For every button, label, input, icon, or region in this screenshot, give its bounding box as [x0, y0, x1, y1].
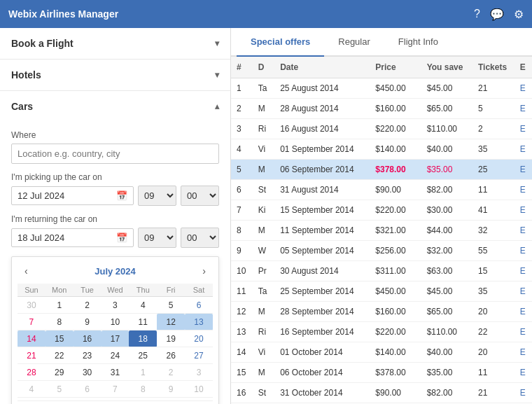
table-row[interactable]: 15M06 October 2014$378.00$35.0011E — [231, 363, 532, 383]
table-row[interactable]: 3Ri16 August 2014$220.00$110.002E — [231, 119, 532, 139]
cell-edit[interactable]: E — [514, 281, 532, 302]
table-row[interactable]: 2M28 August 2014$160.00$65.005E — [231, 99, 532, 119]
table-row[interactable]: 9W05 September 2014$256.00$32.0055E — [231, 241, 532, 261]
cell-edit[interactable]: E — [514, 342, 532, 363]
pickup-hour-select[interactable]: 09 — [138, 186, 176, 206]
pickup-min-select[interactable]: 00 — [181, 186, 219, 206]
cal-day[interactable]: 13 — [185, 314, 213, 330]
return-min-select[interactable]: 00 — [181, 228, 219, 248]
cal-day[interactable]: 6 — [185, 297, 213, 314]
cal-day[interactable]: 5 — [157, 297, 185, 314]
pickup-date-input[interactable]: 12 Jul 2024 📅 — [11, 186, 134, 205]
cal-day[interactable]: 30 — [74, 364, 102, 381]
cal-day[interactable]: 8 — [129, 381, 157, 398]
book-flight-header[interactable]: Book a Flight ▾ — [0, 28, 230, 59]
cal-day[interactable]: 29 — [46, 364, 74, 381]
table-row[interactable]: 12M28 September 2014$160.00$65.0020E — [231, 302, 532, 322]
help-icon[interactable]: ? — [474, 8, 480, 20]
cal-day[interactable]: 3 — [185, 364, 213, 381]
cal-day[interactable]: 23 — [74, 347, 102, 364]
cell-edit[interactable]: E — [514, 78, 532, 99]
tab-flight-info[interactable]: Flight Info — [384, 28, 452, 57]
table-row[interactable]: 13Ri16 September 2014$220.00$110.0022E — [231, 322, 532, 342]
edit-link[interactable]: E — [520, 347, 526, 357]
edit-link[interactable]: E — [520, 225, 526, 235]
cal-day[interactable]: 31 — [102, 364, 130, 381]
cell-edit[interactable]: E — [514, 322, 532, 342]
table-row[interactable]: 4Vi01 September 2014$140.00$40.0035E — [231, 139, 532, 160]
cell-edit[interactable]: E — [514, 160, 532, 180]
cal-day[interactable]: 25 — [129, 347, 157, 364]
cal-day[interactable]: 4 — [18, 381, 46, 398]
cal-day[interactable]: 20 — [185, 330, 213, 347]
table-row[interactable]: 7Ki15 September 2014$220.00$30.0041E — [231, 200, 532, 221]
edit-link[interactable]: E — [520, 246, 526, 256]
cal-day[interactable]: 7 — [102, 381, 130, 398]
cal-day[interactable]: 5 — [46, 381, 74, 398]
tab-special-offers[interactable]: Special offers — [237, 28, 324, 57]
cell-edit[interactable]: E — [514, 180, 532, 200]
table-row[interactable]: 16St31 October 2014$90.00$82.0021E — [231, 383, 532, 403]
cal-day[interactable]: 12 — [157, 314, 185, 330]
cal-day[interactable]: 28 — [18, 364, 46, 381]
cal-day[interactable]: 14 — [18, 330, 46, 347]
table-row[interactable]: 5M06 September 2014$378.00$35.0025E — [231, 160, 532, 180]
edit-link[interactable]: E — [520, 144, 526, 154]
edit-link[interactable]: E — [520, 286, 526, 296]
cell-edit[interactable]: E — [514, 119, 532, 139]
cell-edit[interactable]: E — [514, 221, 532, 241]
return-hour-select[interactable]: 09 — [138, 228, 176, 248]
cal-day[interactable]: 8 — [46, 314, 74, 330]
cell-edit[interactable]: E — [514, 261, 532, 281]
edit-link[interactable]: E — [520, 205, 526, 215]
cal-day[interactable]: 18 — [129, 330, 157, 347]
cal-day[interactable]: 3 — [102, 297, 130, 314]
cal-day[interactable]: 27 — [185, 347, 213, 364]
cal-day[interactable]: 7 — [18, 314, 46, 330]
cal-day[interactable]: 15 — [46, 330, 74, 347]
edit-link[interactable]: E — [520, 165, 526, 174]
cal-day[interactable]: 2 — [74, 297, 102, 314]
table-row[interactable]: 11Ta25 September 2014$450.00$45.0035E — [231, 281, 532, 302]
edit-link[interactable]: E — [520, 388, 526, 398]
table-row[interactable]: 14Vi01 October 2014$140.00$40.0020E — [231, 342, 532, 363]
edit-link[interactable]: E — [520, 104, 526, 113]
cell-edit[interactable]: E — [514, 241, 532, 261]
cell-edit[interactable]: E — [514, 200, 532, 221]
cell-edit[interactable]: E — [514, 99, 532, 119]
cal-day[interactable]: 9 — [74, 314, 102, 330]
cal-day[interactable]: 1 — [46, 297, 74, 314]
cell-edit[interactable]: E — [514, 139, 532, 160]
cal-day[interactable]: 1 — [129, 364, 157, 381]
cal-next-btn[interactable]: › — [198, 264, 210, 278]
edit-link[interactable]: E — [520, 83, 526, 93]
where-input[interactable] — [11, 144, 219, 164]
cal-day[interactable]: 19 — [157, 330, 185, 347]
hotels-header[interactable]: Hotels ▾ — [0, 60, 230, 90]
return-date-input[interactable]: 18 Jul 2024 📅 — [11, 228, 134, 247]
cal-day[interactable]: 21 — [18, 347, 46, 364]
table-row[interactable]: 10Pr30 August 2014$311.00$63.0015E — [231, 261, 532, 281]
cal-day[interactable]: 6 — [74, 381, 102, 398]
edit-link[interactable]: E — [520, 266, 526, 276]
edit-link[interactable]: E — [520, 307, 526, 316]
tab-regular[interactable]: Regular — [324, 28, 384, 57]
chat-icon[interactable]: 💬 — [490, 8, 504, 21]
edit-link[interactable]: E — [520, 327, 526, 337]
table-row[interactable]: 1Ta25 August 2014$450.00$45.0021E — [231, 78, 532, 99]
cal-day[interactable]: 9 — [157, 381, 185, 398]
cars-header[interactable]: Cars ▴ — [0, 91, 230, 122]
cal-day[interactable]: 30 — [18, 297, 46, 314]
cal-day[interactable]: 10 — [185, 381, 213, 398]
cal-day[interactable]: 17 — [102, 330, 130, 347]
edit-link[interactable]: E — [520, 368, 526, 377]
edit-link[interactable]: E — [520, 124, 526, 134]
cell-edit[interactable]: E — [514, 302, 532, 322]
cal-day[interactable]: 10 — [102, 314, 130, 330]
cell-edit[interactable]: E — [514, 363, 532, 383]
cal-day[interactable]: 11 — [129, 314, 157, 330]
cal-prev-btn[interactable]: ‹ — [20, 264, 32, 278]
cal-day[interactable]: 16 — [74, 330, 102, 347]
cal-day[interactable]: 4 — [129, 297, 157, 314]
table-row[interactable]: 6St31 August 2014$90.00$82.0011E — [231, 180, 532, 200]
